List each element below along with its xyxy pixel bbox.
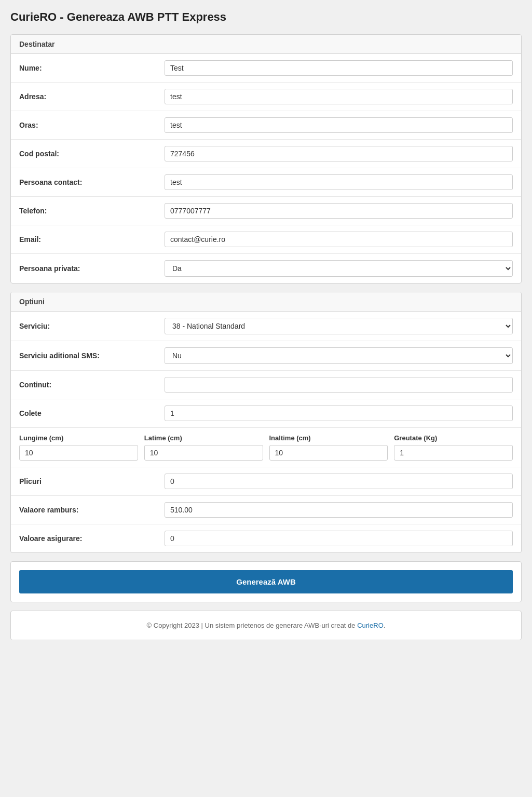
optiuni-header: Optiuni — [11, 292, 521, 312]
form-row-persoana-privata: Persoana privata: Da Nu — [11, 254, 521, 283]
input-colete[interactable] — [165, 406, 513, 421]
input-nume[interactable] — [165, 60, 513, 76]
input-greutate[interactable] — [394, 445, 513, 461]
label-cod-postal: Cod postal: — [19, 150, 165, 158]
label-valoare-asigurare: Valoare asigurare: — [19, 534, 165, 543]
form-row-serviciu: Serviciu: 38 - National Standard 39 - Na… — [11, 312, 521, 341]
dim-header-greutate: Greutate (Kg) — [394, 434, 513, 442]
label-nume: Nume: — [19, 64, 165, 72]
label-oras: Oras: — [19, 121, 165, 129]
form-row-valoare-asigurare: Valoare asigurare: — [11, 524, 521, 552]
label-continut: Continut: — [19, 381, 165, 389]
form-row-telefon: Telefon: — [11, 197, 521, 225]
input-valoare-ramburs[interactable] — [165, 502, 513, 518]
label-colete: Colete — [19, 409, 165, 417]
destinatar-header: Destinatar — [11, 35, 521, 54]
label-adresa: Adresa: — [19, 92, 165, 101]
select-serviciu-sms[interactable]: Nu Da — [165, 347, 513, 364]
dimensions-section: Lungime (cm) Latime (cm) Inaltime (cm) G… — [11, 428, 521, 467]
input-email[interactable] — [165, 232, 513, 247]
input-continut[interactable] — [165, 377, 513, 393]
input-oras[interactable] — [165, 117, 513, 133]
generate-button-wrapper: Generează AWB — [10, 561, 522, 602]
form-row-serviciu-sms: Serviciu aditional SMS: Nu Da — [11, 341, 521, 371]
label-email: Email: — [19, 235, 165, 244]
label-plicuri: Plicuri — [19, 477, 165, 485]
label-serviciu-sms: Serviciu aditional SMS: — [19, 352, 165, 360]
footer-link[interactable]: CurieRO — [357, 622, 384, 629]
input-inaltime[interactable] — [269, 445, 388, 461]
dimensions-inputs — [19, 445, 513, 461]
form-row-persoana-contact: Persoana contact: — [11, 168, 521, 197]
form-row-valoare-ramburs: Valaore ramburs: — [11, 496, 521, 524]
footer: © Copyright 2023 | Un sistem prietenos d… — [10, 611, 522, 640]
input-plicuri[interactable] — [165, 474, 513, 489]
page-title: CurieRO - Genereaza AWB PTT Express — [10, 10, 522, 24]
label-persoana-contact: Persoana contact: — [19, 178, 165, 186]
label-serviciu: Serviciu: — [19, 322, 165, 330]
form-row-plicuri: Plicuri — [11, 467, 521, 496]
input-cod-postal[interactable] — [165, 146, 513, 161]
label-telefon: Telefon: — [19, 207, 165, 215]
label-persoana-privata: Persoana privata: — [19, 264, 165, 273]
form-row-colete: Colete — [11, 399, 521, 428]
form-row-adresa: Adresa: — [11, 83, 521, 111]
input-valoare-asigurare[interactable] — [165, 531, 513, 546]
form-row-continut: Continut: — [11, 371, 521, 399]
footer-text: © Copyright 2023 | Un sistem prietenos d… — [147, 622, 358, 629]
input-adresa[interactable] — [165, 89, 513, 104]
dimensions-header: Lungime (cm) Latime (cm) Inaltime (cm) G… — [19, 434, 513, 442]
optiuni-card: Optiuni Serviciu: 38 - National Standard… — [10, 292, 522, 553]
dim-header-lungime: Lungime (cm) — [19, 434, 138, 442]
select-serviciu[interactable]: 38 - National Standard 39 - National Exp… — [165, 318, 513, 334]
generate-awb-button[interactable]: Generează AWB — [19, 570, 513, 593]
input-lungime[interactable] — [19, 445, 138, 461]
form-row-nume: Nume: — [11, 54, 521, 83]
footer-suffix: . — [384, 622, 386, 629]
form-row-cod-postal: Cod postal: — [11, 140, 521, 168]
form-row-email: Email: — [11, 225, 521, 254]
select-persoana-privata[interactable]: Da Nu — [165, 260, 513, 277]
input-persoana-contact[interactable] — [165, 174, 513, 190]
destinatar-card: Destinatar Nume: Adresa: Oras: Cod posta… — [10, 34, 522, 283]
form-row-oras: Oras: — [11, 111, 521, 140]
input-latime[interactable] — [144, 445, 263, 461]
dim-header-latime: Latime (cm) — [144, 434, 263, 442]
input-telefon[interactable] — [165, 203, 513, 219]
dim-header-inaltime: Inaltime (cm) — [269, 434, 388, 442]
label-valoare-ramburs: Valaore ramburs: — [19, 506, 165, 514]
